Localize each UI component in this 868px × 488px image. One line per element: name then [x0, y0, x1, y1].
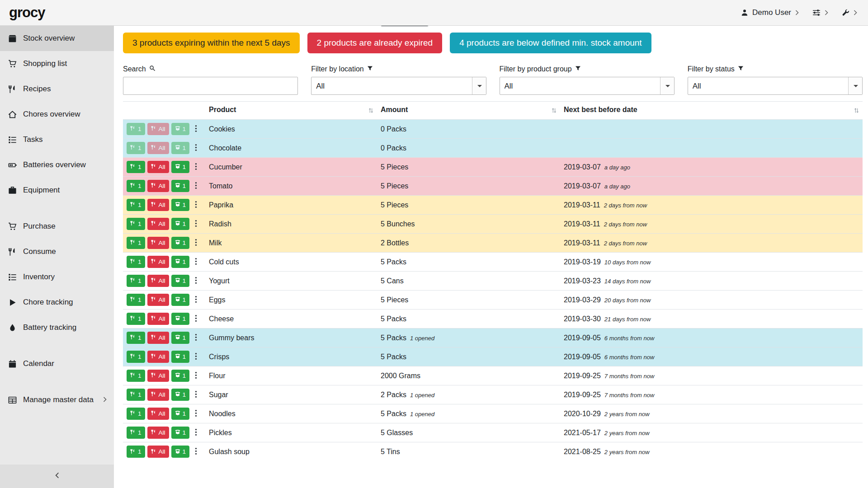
sidebar-item-inventory[interactable]: Inventory	[0, 264, 114, 290]
row-menu-button[interactable]	[192, 200, 200, 211]
open-one-button[interactable]: 1	[171, 351, 190, 363]
sidebar-item-chore-tracking[interactable]: Chore tracking	[0, 290, 114, 315]
consume-one-button[interactable]: 1	[127, 370, 145, 382]
sidebar-item-equipment[interactable]: Equipment	[0, 178, 114, 203]
consume-all-button[interactable]: All	[147, 199, 169, 211]
row-menu-button[interactable]	[192, 162, 200, 173]
view-settings-menu[interactable]	[812, 9, 828, 16]
consume-one-button[interactable]: 1	[127, 199, 145, 211]
row-menu-button[interactable]	[192, 276, 200, 286]
open-one-button[interactable]: 1	[171, 123, 190, 135]
open-one-button[interactable]: 1	[171, 446, 190, 458]
sidebar-item-stock-overview[interactable]: Stock overview	[0, 26, 114, 51]
row-menu-button[interactable]	[192, 352, 200, 362]
row-menu-button[interactable]	[192, 371, 200, 381]
row-menu-button[interactable]	[192, 181, 200, 192]
consume-all-button[interactable]: All	[147, 370, 169, 382]
open-one-button[interactable]: 1	[171, 161, 190, 173]
open-one-button[interactable]: 1	[171, 389, 190, 401]
product-group-select[interactable]: All	[500, 77, 675, 95]
open-one-button[interactable]: 1	[171, 294, 190, 306]
consume-one-button[interactable]: 1	[127, 256, 145, 268]
open-one-button[interactable]: 1	[171, 237, 190, 249]
open-one-button[interactable]: 1	[171, 313, 190, 325]
consume-all-button[interactable]: All	[147, 142, 169, 154]
consume-one-button[interactable]: 1	[127, 180, 145, 192]
sidebar-item-battery-tracking[interactable]: Battery tracking	[0, 315, 114, 340]
sidebar-item-purchase[interactable]: Purchase	[0, 214, 114, 239]
consume-one-button[interactable]: 1	[127, 332, 145, 344]
date-column-header[interactable]: Next best before date	[560, 102, 863, 120]
open-one-button[interactable]: 1	[171, 370, 190, 382]
sidebar-item-manage-master-data[interactable]: Manage master data	[0, 387, 114, 413]
row-menu-button[interactable]	[192, 408, 200, 419]
consume-one-button[interactable]: 1	[127, 161, 145, 173]
consume-all-button[interactable]: All	[147, 218, 169, 230]
consume-all-button[interactable]: All	[147, 123, 169, 135]
consume-one-button[interactable]: 1	[127, 123, 145, 135]
sidebar-item-tasks[interactable]: Tasks	[0, 127, 114, 152]
open-one-button[interactable]: 1	[171, 427, 190, 439]
consume-all-button[interactable]: All	[147, 237, 169, 249]
sidebar-item-chores-overview[interactable]: Chores overview	[0, 102, 114, 127]
location-select[interactable]: All	[311, 77, 486, 95]
consume-all-button[interactable]: All	[147, 313, 169, 325]
amount-column-header[interactable]: Amount	[377, 102, 560, 120]
sidebar-item-consume[interactable]: Consume	[0, 239, 114, 264]
sort-icon[interactable]	[552, 107, 557, 115]
sort-icon[interactable]	[854, 107, 859, 115]
consume-one-button[interactable]: 1	[127, 313, 145, 325]
open-one-button[interactable]: 1	[171, 408, 190, 420]
row-menu-button[interactable]	[192, 295, 200, 305]
row-menu-button[interactable]	[192, 446, 200, 457]
row-menu-button[interactable]	[192, 143, 200, 154]
consume-one-button[interactable]: 1	[127, 389, 145, 401]
status-select[interactable]: All	[688, 77, 863, 95]
row-menu-button[interactable]	[192, 124, 200, 135]
consume-all-button[interactable]: All	[147, 332, 169, 344]
consume-all-button[interactable]: All	[147, 294, 169, 306]
row-menu-button[interactable]	[192, 333, 200, 343]
row-menu-button[interactable]	[192, 219, 200, 230]
consume-all-button[interactable]: All	[147, 275, 169, 287]
consume-all-button[interactable]: All	[147, 408, 169, 420]
consume-one-button[interactable]: 1	[127, 237, 145, 249]
open-one-button[interactable]: 1	[171, 275, 190, 287]
consume-all-button[interactable]: All	[147, 427, 169, 439]
consume-one-button[interactable]: 1	[127, 427, 145, 439]
sidebar-collapse-button[interactable]	[0, 465, 114, 488]
sidebar-item-recipes[interactable]: Recipes	[0, 76, 114, 102]
consume-one-button[interactable]: 1	[127, 446, 145, 458]
open-one-button[interactable]: 1	[171, 199, 190, 211]
row-menu-button[interactable]	[192, 389, 200, 400]
search-input[interactable]	[123, 77, 298, 95]
consume-one-button[interactable]: 1	[127, 218, 145, 230]
open-one-button[interactable]: 1	[171, 332, 190, 344]
consume-all-button[interactable]: All	[147, 389, 169, 401]
row-menu-button[interactable]	[192, 427, 200, 438]
open-one-button[interactable]: 1	[171, 180, 190, 192]
consume-all-button[interactable]: All	[147, 351, 169, 363]
alert-expiring-soon[interactable]: 3 products expiring within the next 5 da…	[123, 33, 300, 53]
sidebar-item-calendar[interactable]: Calendar	[0, 351, 114, 376]
open-one-button[interactable]: 1	[171, 218, 190, 230]
consume-one-button[interactable]: 1	[127, 294, 145, 306]
consume-one-button[interactable]: 1	[127, 275, 145, 287]
consume-one-button[interactable]: 1	[127, 142, 145, 154]
consume-one-button[interactable]: 1	[127, 408, 145, 420]
row-menu-button[interactable]	[192, 257, 200, 267]
app-logo[interactable]: grocy	[9, 5, 45, 21]
row-menu-button[interactable]	[192, 238, 200, 249]
consume-one-button[interactable]: 1	[127, 351, 145, 363]
admin-tools-menu[interactable]	[842, 9, 857, 17]
product-column-header[interactable]: Product	[205, 102, 377, 120]
alert-below-min-stock[interactable]: 4 products are below defined min. stock …	[450, 33, 651, 53]
alert-already-expired[interactable]: 2 products are already expired	[307, 33, 443, 53]
consume-all-button[interactable]: All	[147, 161, 169, 173]
sort-icon[interactable]	[368, 107, 373, 115]
consume-all-button[interactable]: All	[147, 446, 169, 458]
open-one-button[interactable]: 1	[171, 256, 190, 268]
consume-all-button[interactable]: All	[147, 180, 169, 192]
row-menu-button[interactable]	[192, 314, 200, 324]
user-menu[interactable]: Demo User	[741, 8, 799, 17]
